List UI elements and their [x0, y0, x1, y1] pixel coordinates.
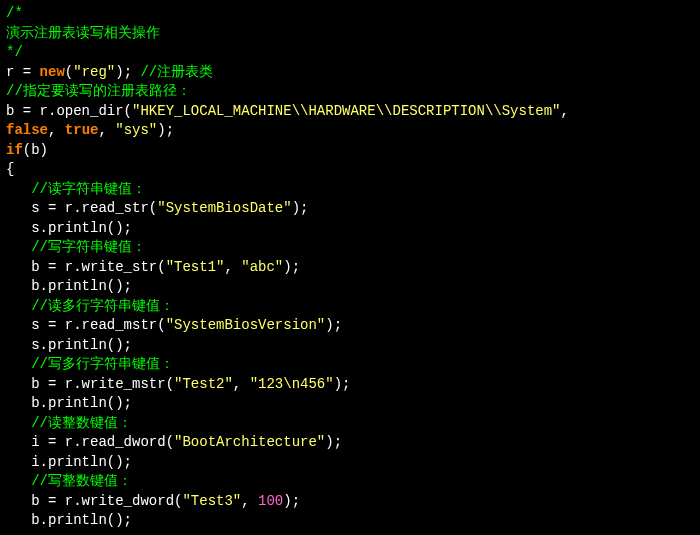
comment-line: //读字符串键值： — [31, 181, 146, 197]
code-text: s = r.read_mstr( — [6, 317, 166, 333]
code-text: ); — [157, 122, 174, 138]
code-text: ); — [115, 64, 140, 80]
comment-line: //写整数键值： — [31, 473, 132, 489]
comment-line: //读整数键值： — [31, 415, 132, 431]
code-text: , — [241, 493, 258, 509]
string-literal: "Test1" — [166, 259, 225, 275]
code-text: , — [561, 103, 569, 119]
code-text: (b) — [23, 142, 48, 158]
indent — [6, 181, 31, 197]
code-text: b = r.write_mstr( — [6, 376, 174, 392]
code-text: ( — [65, 64, 73, 80]
indent — [6, 298, 31, 314]
comment-open: /* — [6, 5, 23, 21]
code-text: b = r.write_str( — [6, 259, 166, 275]
string-literal: "SystemBiosVersion" — [166, 317, 326, 333]
code-text: s = r.read_str( — [6, 200, 157, 216]
code-text: s.println(); — [6, 337, 132, 353]
indent — [6, 415, 31, 431]
string-literal: "reg" — [73, 64, 115, 80]
code-text: b.println(); — [6, 395, 132, 411]
code-text: s.println(); — [6, 220, 132, 236]
string-literal: "Test3" — [182, 493, 241, 509]
code-text: , — [233, 376, 250, 392]
keyword-true: true — [65, 122, 99, 138]
comment-desc: 演示注册表读写相关操作 — [6, 25, 160, 41]
code-text: ); — [334, 376, 351, 392]
indent — [6, 356, 31, 372]
code-text: b.println(); — [6, 278, 132, 294]
keyword-false: false — [6, 122, 48, 138]
code-text: b = r.open_dir( — [6, 103, 132, 119]
code-text: , — [98, 122, 115, 138]
code-text: ); — [325, 434, 342, 450]
comment-line: //读多行字符串键值： — [31, 298, 174, 314]
indent — [6, 473, 31, 489]
string-literal: "Test2" — [174, 376, 233, 392]
code-text: i.println(); — [6, 454, 132, 470]
code-block: /* 演示注册表读写相关操作 */ r = new("reg"); //注册表类… — [0, 0, 700, 535]
string-literal: "SystemBiosDate" — [157, 200, 291, 216]
code-text: ); — [283, 259, 300, 275]
comment-line: //写字符串键值： — [31, 239, 146, 255]
comment-close: */ — [6, 44, 23, 60]
string-literal: "123\n456" — [250, 376, 334, 392]
code-text: , — [224, 259, 241, 275]
number-literal: 100 — [258, 493, 283, 509]
code-text: ); — [283, 493, 300, 509]
string-literal: "BootArchitecture" — [174, 434, 325, 450]
code-text: ); — [292, 200, 309, 216]
keyword-new: new — [40, 64, 65, 80]
comment-line: //指定要读写的注册表路径： — [6, 83, 191, 99]
comment-line: //写多行字符串键值： — [31, 356, 174, 372]
code-text: , — [48, 122, 65, 138]
string-literal: "HKEY_LOCAL_MACHINE\\HARDWARE\\DESCRIPTI… — [132, 103, 560, 119]
code-text: b.println(); — [6, 512, 132, 528]
brace-open: { — [6, 161, 14, 177]
comment-inline: //注册表类 — [140, 64, 213, 80]
code-text: i = r.read_dword( — [6, 434, 174, 450]
string-literal: "abc" — [241, 259, 283, 275]
code-text: ); — [325, 317, 342, 333]
string-literal: "sys" — [115, 122, 157, 138]
code-text: b = r.write_dword( — [6, 493, 182, 509]
keyword-if: if — [6, 142, 23, 158]
indent — [6, 239, 31, 255]
code-text: r = — [6, 64, 40, 80]
